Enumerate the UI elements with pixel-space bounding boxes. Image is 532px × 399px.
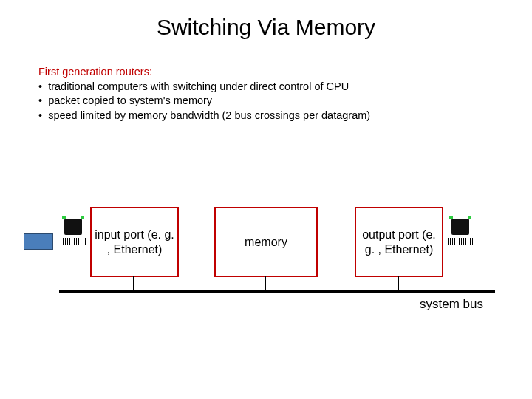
bus-connector [133, 276, 134, 291]
output-port-label: output port (e. g. , Ethernet) [359, 228, 439, 257]
system-bus-label: system bus [420, 297, 483, 312]
packet-icon [24, 233, 53, 250]
intro-bullet: packet copied to system's memory [38, 94, 482, 109]
intro-bullet: speed limited by memory bandwidth (2 bus… [38, 109, 482, 123]
input-port-box: input port (e. g. , Ethernet) [90, 207, 179, 277]
intro-block: First generation routers: traditional co… [38, 65, 482, 123]
system-bus-line [59, 290, 495, 293]
intro-heading: First generation routers: [38, 66, 152, 78]
bus-connector [265, 276, 266, 291]
bus-connector [398, 276, 399, 291]
memory-label: memory [245, 235, 287, 250]
output-port-box: output port (e. g. , Ethernet) [355, 207, 443, 277]
ethernet-jack-icon [445, 214, 476, 247]
input-port-label: input port (e. g. , Ethernet) [95, 228, 174, 257]
diagram: input port (e. g. , Ethernet) memory out… [22, 207, 510, 332]
intro-bullet: traditional computers with switching und… [38, 80, 482, 95]
slide-title: Switching Via Memory [0, 15, 532, 40]
ethernet-jack-icon [58, 214, 89, 247]
memory-box: memory [214, 207, 318, 277]
